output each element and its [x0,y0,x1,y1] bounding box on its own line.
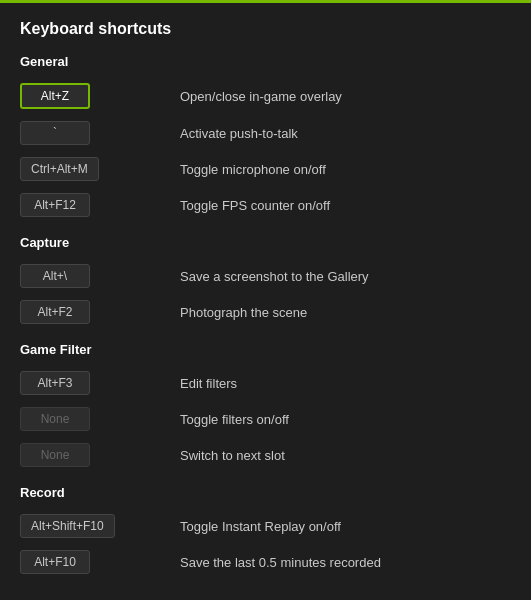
action-label: Toggle microphone on/off [180,162,326,177]
shortcut-row: `Activate push-to-talk [20,115,531,151]
shortcut-row: Alt+F2Photograph the scene [20,294,531,330]
key-cell: None [20,407,160,431]
key-cell: Alt+F3 [20,371,160,395]
shortcut-row: Alt+ZOpen/close in-game overlay [20,77,531,115]
action-label: Toggle filters on/off [180,412,289,427]
sections-container: GeneralAlt+ZOpen/close in-game overlay`A… [20,54,531,588]
action-label: Save the last 0.5 minutes recorded [180,555,381,570]
shortcut-row: Alt+\Save a screenshot to the Gallery [20,258,531,294]
key-badge[interactable]: Alt+F3 [20,371,90,395]
key-cell: Alt+F2 [20,300,160,324]
action-label: Activate push-to-talk [180,126,298,141]
shortcut-row: Alt+F3Edit filters [20,365,531,401]
shortcut-row: Alt+F10Save the last 0.5 minutes recorde… [20,544,531,580]
section-title-capture: Capture [20,235,531,250]
section-title-game-filter: Game Filter [20,342,531,357]
key-badge[interactable]: Alt+F10 [20,550,90,574]
key-badge[interactable]: Alt+Shift+F10 [20,514,115,538]
key-badge[interactable]: Alt+F2 [20,300,90,324]
action-label: Save a screenshot to the Gallery [180,269,369,284]
main-container: Keyboard shortcuts GeneralAlt+ZOpen/clos… [0,0,531,600]
shortcut-row: NoneToggle filters on/off [20,401,531,437]
key-cell: Alt+Z [20,83,160,109]
key-cell: Ctrl+Alt+M [20,157,160,181]
key-cell: ` [20,121,160,145]
action-label: Toggle Instant Replay on/off [180,519,341,534]
section-title-record: Record [20,485,531,500]
action-label: Open/close in-game overlay [180,89,342,104]
key-badge[interactable]: ` [20,121,90,145]
section-title-general: General [20,54,531,69]
key-cell: Alt+\ [20,264,160,288]
key-cell: Alt+Shift+F10 [20,514,160,538]
key-badge[interactable]: None [20,407,90,431]
page-title: Keyboard shortcuts [20,20,531,38]
key-cell: Alt+F12 [20,193,160,217]
key-badge[interactable]: Alt+F12 [20,193,90,217]
shortcut-row: Alt+Shift+F10Toggle Instant Replay on/of… [20,508,531,544]
shortcut-row: NoneSwitch to next slot [20,437,531,473]
key-badge[interactable]: Alt+Z [20,83,90,109]
action-label: Edit filters [180,376,237,391]
action-label: Toggle FPS counter on/off [180,198,330,213]
action-label: Photograph the scene [180,305,307,320]
key-badge[interactable]: Ctrl+Alt+M [20,157,99,181]
top-accent-bar [0,0,531,3]
key-cell: Alt+F10 [20,550,160,574]
shortcut-row: Ctrl+Alt+MToggle microphone on/off [20,151,531,187]
action-label: Switch to next slot [180,448,285,463]
shortcut-row: Alt+F12Toggle FPS counter on/off [20,187,531,223]
key-badge[interactable]: None [20,443,90,467]
key-badge[interactable]: Alt+\ [20,264,90,288]
key-cell: None [20,443,160,467]
